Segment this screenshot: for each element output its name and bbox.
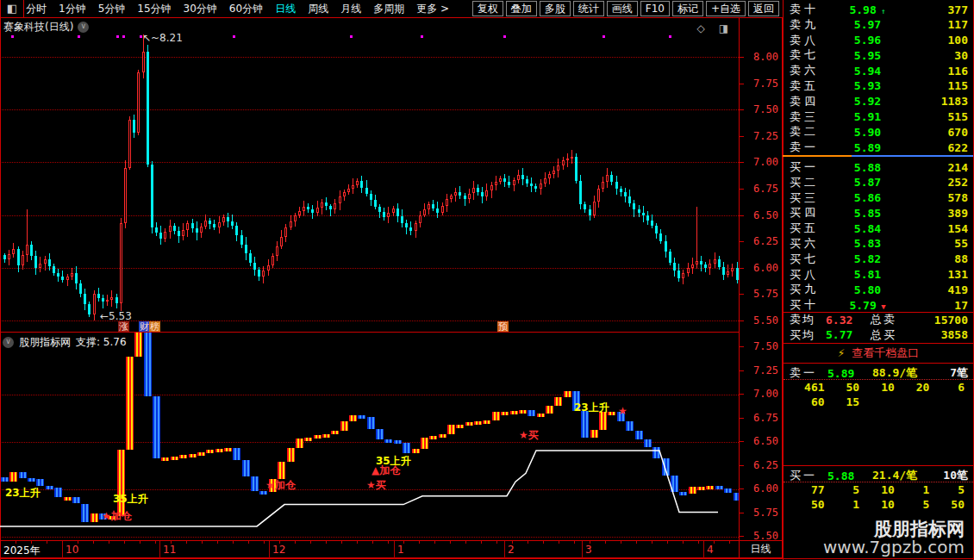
candle-body [682,273,684,278]
candle-body [704,264,707,268]
sell-level-row[interactable]: 卖九5.97117 [784,17,973,33]
buy-level-row[interactable]: 买四5.85389 [784,205,973,221]
candle-body [383,212,385,217]
price-tick [740,162,744,163]
avg-block: 卖均 6.32 总卖 15700 买均 5.77 总买 3858 [784,312,973,342]
tool-button-多股[interactable]: 多股 [540,1,571,16]
period-item-周线[interactable]: 周线 [308,2,328,16]
tool-button-标记[interactable]: 标记 [672,1,703,16]
price-tick [740,513,744,513]
candle-body [155,227,158,233]
candle-body [124,168,127,224]
collapse-chevron-icon[interactable]: ∨ [78,22,89,33]
window-split-icon[interactable]: ◧ [0,0,24,17]
candle-body [477,188,479,192]
candle-wick [696,207,697,269]
candle-body [365,188,368,194]
candle-body [48,259,51,266]
price-tick [740,418,744,419]
candle-body [557,165,559,171]
candle-body [209,221,211,224]
buy-level-row[interactable]: 买二5.87252 [784,175,973,190]
candle-body [499,178,502,182]
buy-level-row[interactable]: 买三5.86578 [784,190,973,206]
candle-body [508,182,510,185]
month-separator [504,541,505,558]
period-item-更多 >[interactable]: 更多 > [416,2,449,16]
candle-wick [549,171,550,184]
marker-dot [350,35,353,38]
candle-body [450,196,453,199]
candle-body [503,178,506,182]
main-candlestick-chart[interactable]: 赛象科技(日线) ∨ ◇ ◨ ↖~8.21 ←5.53 涨财榜预 [0,17,739,332]
sell-level-row[interactable]: 卖四5.921183 [784,94,973,109]
period-item-15分钟[interactable]: 15分钟 [137,2,171,16]
buy1-order-rows: 775101550110550 [784,482,973,512]
buy-level-row[interactable]: 买九5.80419 [784,282,973,297]
buy-level-row[interactable]: 买十5.79 ▼17 [784,297,973,313]
candle-body [272,256,274,265]
month-separator [582,541,583,558]
indicator-panel[interactable]: ∨ 股朋指标网 支撑: 5.76 23上升35上升★加仓★加仓35上升▲加仓★买… [0,332,739,540]
collapse-chevron-icon[interactable]: ∨ [3,337,14,348]
period-item-30分钟[interactable]: 30分钟 [184,2,217,16]
buy-level-row[interactable]: 买七5.8288 [784,252,973,267]
time-axis: 2025年 1011121234 [0,540,783,558]
thousand-level-link[interactable]: ⚡ 查看千档盘口 [784,344,973,363]
period-item-5分钟[interactable]: 5分钟 [98,2,126,16]
candle-body [691,264,694,268]
tool-button-统计[interactable]: 统计 [573,1,604,16]
candle-body [253,263,256,270]
buy-level-row[interactable]: 买五5.84154 [784,221,973,236]
period-item-多周期[interactable]: 多周期 [373,2,404,16]
event-tag-涨[interactable]: 涨 [118,321,129,332]
tool-button-画线[interactable]: 画线 [607,1,638,16]
tool-button-F10[interactable]: F10 [640,1,670,16]
sell-level-row[interactable]: 卖一5.89622 [784,140,973,155]
sell-level-row[interactable]: 卖十5.98 ↑377 [784,2,973,17]
candle-body [227,217,229,221]
candle-body [677,271,680,278]
sell-level-row[interactable]: 卖六5.94116 [784,63,973,78]
sell-level-row[interactable]: 卖三5.91515 [784,109,973,125]
sell-level-row[interactable]: 卖八5.96100 [784,33,973,48]
sell-level-row[interactable]: 卖五5.93115 [784,78,973,94]
top-toolbar: ◧ 分时1分钟5分钟15分钟30分钟60分钟日线周线月线多周期更多 > 复权叠加… [0,0,783,18]
candle-body [218,222,221,227]
candle-body [446,199,448,206]
sell-level-row[interactable]: 卖二5.90670 [784,124,973,140]
chart-corner-icons[interactable]: ◇ ◨ [697,22,734,34]
candle-body [61,277,64,280]
signal-label: 23上升 [574,401,609,415]
buy-level-row[interactable]: 买一5.88214 [784,159,973,175]
period-item-月线[interactable]: 月线 [340,2,361,16]
signal-label: ★买 [519,428,539,443]
tool-button-+自选[interactable]: +自选 [706,1,746,16]
event-tag-榜[interactable]: 榜 [149,321,160,332]
candle-body [562,160,565,165]
gridline [0,215,739,216]
tool-button-叠加[interactable]: 叠加 [506,1,537,16]
tool-button-返回[interactable]: 返回 [748,1,779,16]
period-item-60分钟[interactable]: 60分钟 [229,2,263,16]
price-tick-label: 5.75 [753,288,778,300]
buy-level-row[interactable]: 买六5.8355 [784,236,973,252]
price-tick [740,57,744,58]
sell-level-row[interactable]: 卖七5.9530 [784,47,973,63]
candle-body [213,224,215,227]
period-item-1分钟[interactable]: 1分钟 [59,2,86,16]
candle-body [485,190,488,196]
tool-button-复权[interactable]: 复权 [472,1,503,16]
candle-body [128,120,131,167]
candle-body [280,237,283,246]
candle-body [182,230,184,236]
period-item-分时[interactable]: 分时 [26,2,47,16]
candle-body [356,181,359,184]
month-separator [159,541,160,558]
candle-body [405,223,408,227]
period-item-日线[interactable]: 日线 [275,2,296,16]
candle-body [294,215,297,221]
buy-level-row[interactable]: 买八5.81131 [784,267,973,283]
candle-body [249,253,252,262]
event-tag-预[interactable]: 预 [497,321,509,332]
